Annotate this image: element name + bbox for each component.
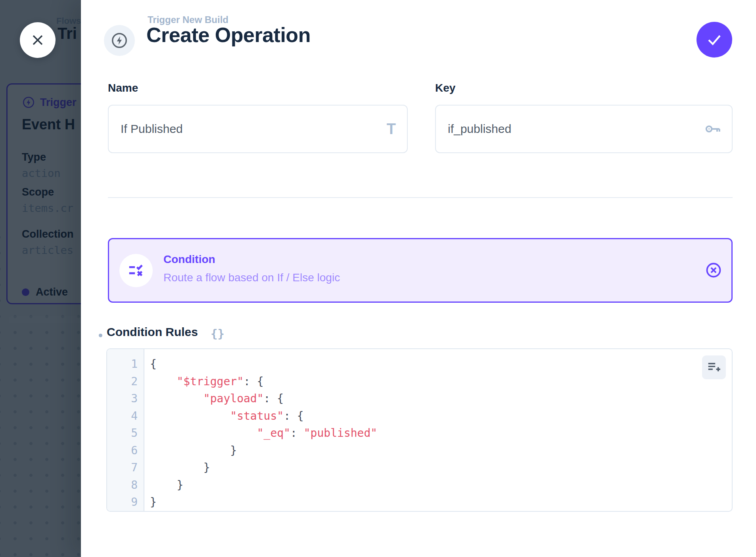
code-line: } bbox=[144, 442, 732, 459]
name-field-label: Name bbox=[108, 82, 138, 94]
line-number: 6 bbox=[107, 442, 144, 459]
close-icon bbox=[29, 31, 46, 49]
cancel-icon bbox=[704, 261, 723, 279]
operation-type-icon-circle bbox=[104, 25, 135, 56]
line-number-gutter: 123456789 bbox=[107, 349, 144, 511]
key-input[interactable] bbox=[435, 105, 733, 153]
code-line: "_eq": "published" bbox=[144, 424, 732, 442]
code-line: } bbox=[144, 494, 732, 511]
flows-operation-drawer-screen: Flows Tri Trigger Event H Type action Sc… bbox=[0, 0, 756, 557]
line-number: 2 bbox=[107, 373, 144, 390]
code-line: "$trigger": { bbox=[144, 373, 732, 390]
line-number: 1 bbox=[107, 355, 144, 373]
line-number: 5 bbox=[107, 424, 144, 442]
code-line: "payload": { bbox=[144, 390, 732, 407]
code-line: } bbox=[144, 476, 732, 494]
remove-operation-button[interactable] bbox=[704, 261, 723, 279]
code-line: { bbox=[144, 355, 732, 373]
key-input-field[interactable] bbox=[436, 122, 703, 136]
key-icon bbox=[703, 119, 732, 138]
modal-dim-overlay[interactable] bbox=[0, 0, 81, 557]
line-number: 9 bbox=[107, 494, 144, 511]
backdrop-page: Flows Tri Trigger Event H Type action Sc… bbox=[0, 0, 81, 557]
line-number: 7 bbox=[107, 459, 144, 476]
code-body: 123456789 { "$trigger": { "payload": { "… bbox=[107, 349, 732, 511]
close-drawer-button[interactable] bbox=[20, 22, 56, 58]
line-number: 4 bbox=[107, 407, 144, 425]
key-field-label: Key bbox=[435, 82, 455, 94]
save-button[interactable] bbox=[697, 22, 732, 58]
bolt-circle-icon bbox=[110, 31, 129, 50]
rule-icon bbox=[127, 261, 145, 280]
text-type-icon: T bbox=[387, 121, 407, 136]
edit-raw-value-button[interactable] bbox=[702, 355, 726, 379]
condition-title: Condition bbox=[163, 253, 215, 266]
playlist-add-icon bbox=[706, 360, 721, 375]
code-line: "status": { bbox=[144, 407, 732, 425]
code-line: } bbox=[144, 459, 732, 476]
section-divider bbox=[108, 197, 733, 198]
condition-rules-heading: Condition Rules bbox=[107, 325, 198, 339]
drawer-title: Create Operation bbox=[146, 23, 311, 47]
line-number: 3 bbox=[107, 390, 144, 407]
raw-value-icon: {} bbox=[211, 327, 224, 340]
code-lines: { "$trigger": { "payload": { "status": {… bbox=[144, 349, 732, 511]
condition-subtitle: Route a flow based on If / Else logic bbox=[163, 271, 340, 284]
condition-operation-card[interactable] bbox=[108, 238, 733, 303]
condition-icon-circle bbox=[119, 254, 153, 287]
name-input-field[interactable] bbox=[109, 122, 387, 136]
name-input[interactable]: T bbox=[108, 105, 408, 153]
condition-rules-editor[interactable]: 123456789 { "$trigger": { "payload": { "… bbox=[106, 348, 733, 512]
edited-dot bbox=[99, 334, 102, 337]
check-icon bbox=[705, 30, 724, 49]
line-number: 8 bbox=[107, 476, 144, 494]
